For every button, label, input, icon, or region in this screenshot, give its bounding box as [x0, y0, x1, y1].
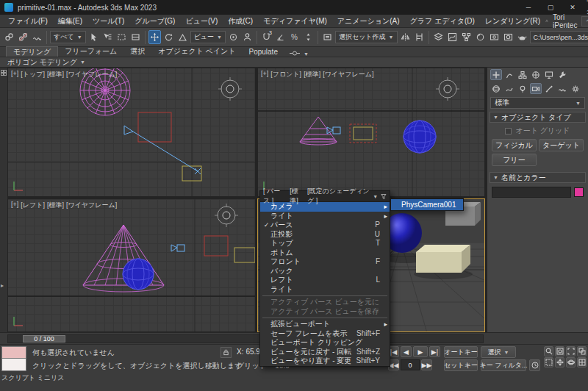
use-pivot-center-icon[interactable] — [227, 30, 240, 44]
unlink-selection-icon[interactable] — [17, 30, 29, 44]
menu-item[interactable]: 作成(C) — [223, 15, 258, 27]
context-menu-item[interactable]: ビューを元に戻す - 回転 Shift+Z — [260, 348, 390, 357]
material-editor-icon[interactable] — [474, 30, 487, 44]
ribbon-tab[interactable]: モデリング — [6, 46, 58, 57]
select-and-move-icon[interactable] — [148, 30, 161, 44]
lights-category-icon[interactable] — [517, 83, 528, 94]
context-menu-item[interactable]: カメラ — [260, 202, 390, 212]
current-frame-field[interactable]: 0 — [401, 359, 420, 370]
signed-in-user[interactable]: Tori iPentec — [553, 13, 577, 29]
menu-item[interactable]: グラフ エディタ(D) — [405, 15, 480, 27]
viewport-label-segment[interactable]: [+] — [11, 70, 18, 79]
time-slider-handle[interactable]: 0 / 100 — [23, 335, 65, 342]
context-menu-item[interactable]: ボトム — [260, 248, 390, 258]
context-menu-item[interactable]: パース P — [260, 220, 390, 230]
project-path-field[interactable]: C:\Users\pen...3ds Max 2023▼▼ — [530, 31, 588, 43]
window-crossing-icon[interactable] — [129, 30, 142, 44]
selection-filter-dropdown[interactable]: すべて▼ — [50, 31, 86, 43]
zoom-all-icon[interactable] — [555, 346, 564, 356]
maximize-viewport-toggle-icon[interactable] — [577, 357, 587, 367]
select-object-icon[interactable] — [87, 30, 100, 44]
select-and-rotate-icon[interactable] — [162, 30, 175, 44]
ribbon-tab[interactable]: オブジェクト ペイント — [151, 46, 242, 57]
viewport-layout-tabs-icon[interactable] — [1, 70, 7, 76]
viewport-label-segment[interactable]: [+] — [11, 201, 18, 210]
polygon-modeling-panel[interactable]: ポリゴン モデリング — [7, 57, 77, 68]
object-color-swatch[interactable] — [574, 187, 584, 197]
context-menu-item[interactable]: フロント F — [260, 257, 390, 267]
context-menu-item[interactable]: 正投影 U — [260, 230, 390, 240]
viewport-top[interactable]: [+][トップ][標準][ワイヤフレーム] — [7, 68, 256, 197]
object-type-button[interactable]: フリー — [492, 154, 537, 166]
geometry-category-icon[interactable] — [490, 83, 502, 94]
minimize-button[interactable]: ─ — [517, 0, 539, 15]
object-name-field[interactable] — [492, 187, 571, 198]
viewport-label-segment[interactable]: [+] — [261, 70, 268, 79]
context-menu-item[interactable]: 拡張ビューポート — [260, 320, 390, 329]
autogrid-checkbox[interactable]: オート グリッド — [487, 123, 588, 136]
edit-named-selection-sets-icon[interactable] — [321, 30, 334, 44]
percent-snap-icon[interactable]: % — [288, 30, 301, 44]
set-key-button[interactable]: セットキー — [444, 359, 478, 371]
render-setup-icon[interactable] — [488, 30, 501, 44]
ribbon-tab[interactable]: フリーフォーム — [58, 46, 123, 57]
viewport-label-segment[interactable]: [標準] — [304, 70, 320, 79]
viewport-label-segment[interactable]: [ワイヤフレーム] — [66, 70, 117, 79]
space-warps-category-icon[interactable] — [556, 83, 568, 94]
layout-flyout-arrow-icon[interactable]: ▸ — [1, 282, 4, 289]
auto-key-button[interactable]: オートキー — [444, 346, 478, 358]
cameras-category-icon[interactable] — [530, 83, 542, 94]
hierarchy-tab-icon[interactable] — [517, 69, 528, 80]
pan-icon[interactable] — [555, 357, 564, 367]
reference-coordinate-dropdown[interactable]: ビュー▼ — [190, 31, 226, 43]
snap-toggle-3d-icon[interactable]: 3 — [260, 30, 273, 44]
motion-tab-icon[interactable] — [530, 69, 542, 80]
selected-keyset-dropdown[interactable]: 選択▼ — [481, 346, 516, 358]
filter-funnel-icon[interactable] — [381, 193, 387, 200]
time-slider-track[interactable]: 0 / 100 — [7, 334, 484, 343]
submenu-item[interactable]: PhysCamera001 — [391, 199, 463, 210]
go-to-end-button[interactable]: ▶| — [429, 346, 440, 357]
viewport-label-segment[interactable]: [レフト] — [21, 201, 45, 210]
object-type-rollout-header[interactable]: ▼ オブジェクト タイプ — [490, 112, 586, 123]
menu-item[interactable]: 編集(E) — [53, 15, 87, 27]
context-menu-item[interactable]: ライト — [260, 285, 390, 295]
select-by-name-icon[interactable] — [101, 30, 114, 44]
named-selection-sets-dropdown[interactable]: 選択セット作成▼ — [335, 31, 398, 43]
orbit-icon[interactable] — [566, 357, 576, 367]
zoom-extents-icon[interactable] — [566, 346, 576, 356]
selection-region-icon[interactable] — [115, 30, 128, 44]
menu-item[interactable]: ビュー(V) — [180, 15, 223, 27]
zoom-extents-all-icon[interactable] — [577, 346, 587, 356]
create-tab-icon[interactable] — [490, 69, 502, 80]
context-menu-item[interactable]: ライト — [260, 212, 390, 221]
previous-frame-button[interactable]: ◀ — [401, 346, 412, 357]
category-dropdown[interactable]: 標準 ▼ — [490, 97, 585, 109]
name-color-rollout-header[interactable]: ▼ 名前とカラー — [490, 172, 586, 183]
schematic-view-icon[interactable] — [460, 30, 473, 44]
viewport-left[interactable]: [+][レフト][標準][ワイヤフレーム] — [7, 198, 256, 332]
zoom-icon[interactable] — [544, 346, 553, 356]
layer-explorer-icon[interactable] — [432, 30, 445, 44]
object-type-button[interactable]: フィジカル — [492, 139, 537, 151]
context-menu-item[interactable]: セーフ フレームを表示 Shift+F — [260, 329, 390, 339]
play-button[interactable]: ▶ — [413, 346, 428, 357]
select-and-link-icon[interactable] — [3, 30, 15, 44]
utilities-tab-icon[interactable] — [556, 69, 568, 80]
select-and-scale-icon[interactable] — [176, 30, 189, 44]
rendered-frame-window-icon[interactable] — [502, 30, 514, 44]
context-menu-item[interactable]: ビューポート クリッピング — [260, 338, 390, 348]
menu-item[interactable]: モディファイヤ(M) — [258, 15, 332, 27]
context-menu-item[interactable]: バック — [260, 267, 390, 276]
workspace-selector[interactable]: ワークスペース: 既定値 ▼ — [581, 16, 588, 26]
angle-snap-icon[interactable] — [274, 30, 287, 44]
context-menu-item[interactable]: レフト L — [260, 276, 390, 285]
select-and-manipulate-icon[interactable] — [241, 30, 254, 44]
next-key-button[interactable]: ▶▶ — [421, 359, 432, 370]
helpers-category-icon[interactable] — [543, 83, 555, 94]
ribbon-config-icon[interactable] — [289, 50, 301, 57]
zoom-region-icon[interactable] — [544, 357, 553, 367]
mirror-icon[interactable] — [399, 30, 412, 44]
context-menu-item[interactable]: ビューをやり直す - 変更 Shift+Y — [260, 356, 390, 366]
ribbon-tab[interactable]: Populate — [242, 46, 284, 57]
